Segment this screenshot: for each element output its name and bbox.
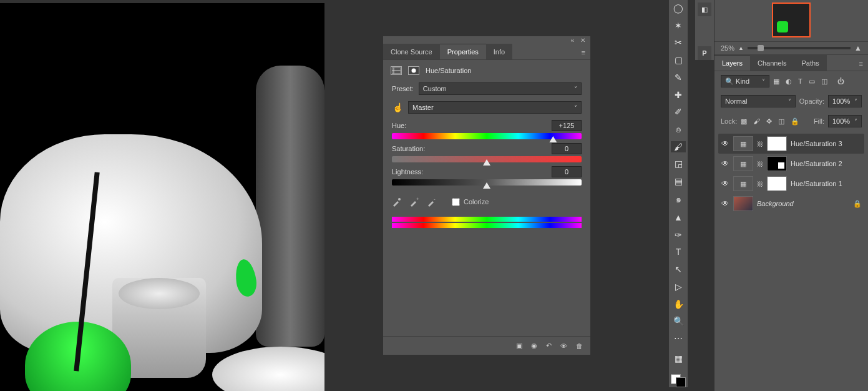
blur-tool-icon[interactable]: ๑ <box>671 193 686 205</box>
targeted-adjust-icon[interactable]: ☝ <box>392 102 403 112</box>
background-thumb[interactable] <box>733 196 753 211</box>
lock-pixels-icon[interactable]: 🖌 <box>753 117 760 125</box>
saturation-slider[interactable] <box>392 156 582 162</box>
zoom-tool-icon[interactable]: 🔍 <box>671 315 686 327</box>
layer-mask-thumb[interactable] <box>767 156 787 171</box>
lightness-slider[interactable] <box>392 179 582 186</box>
tab-paths[interactable]: Paths <box>794 55 827 71</box>
type-tool-icon[interactable]: T <box>671 247 686 258</box>
filter-type-icon[interactable]: T <box>798 77 802 85</box>
tab-channels[interactable]: Channels <box>750 55 794 71</box>
more-tools-icon[interactable]: ⋯ <box>671 333 686 344</box>
layer-row[interactable]: 👁 ▦ ⛓ Hue/Saturation 2 <box>718 154 864 174</box>
magic-wand-tool-icon[interactable]: ✶ <box>671 20 686 31</box>
blend-mode-select[interactable]: Normal˅ <box>721 95 796 107</box>
panel-collapse-icon[interactable]: « <box>570 37 574 44</box>
fill-select[interactable]: 100%˅ <box>828 115 862 127</box>
colorize-checkbox[interactable]: Colorize <box>452 198 489 206</box>
layer-row[interactable]: 👁 ▦ ⛓ Hue/Saturation 3 <box>718 134 864 154</box>
color-panel-icon[interactable]: ◧ <box>698 2 711 16</box>
hand-tool-icon[interactable]: ✋ <box>671 299 686 310</box>
channel-select[interactable]: Master˅ <box>408 101 582 114</box>
tab-properties[interactable]: Properties <box>440 44 486 59</box>
tab-info[interactable]: Info <box>486 44 512 59</box>
layer-mask-thumb[interactable] <box>767 176 787 191</box>
lock-position-icon[interactable]: ✥ <box>766 117 772 126</box>
clip-to-layer-icon[interactable]: ▣ <box>516 342 522 350</box>
stamp-tool-icon[interactable]: ⌾ <box>671 124 686 135</box>
layer-row[interactable]: 👁 ▦ ⛓ Hue/Saturation 1 <box>718 174 864 194</box>
layer-name[interactable]: Background <box>757 200 794 207</box>
eyedropper-tool-icon[interactable]: ✎ <box>671 72 686 83</box>
fill-label: Fill: <box>814 117 824 125</box>
lock-icon[interactable]: 🔒 <box>853 200 862 208</box>
lasso-tool-icon[interactable]: ◯ <box>671 2 686 14</box>
gradient-tool-icon[interactable]: ▤ <box>671 176 686 187</box>
layer-mask-thumb[interactable] <box>767 136 787 151</box>
visibility-icon[interactable]: 👁 <box>721 179 729 188</box>
color-swatches[interactable] <box>671 374 686 387</box>
filter-toggle-icon[interactable]: ⏻ <box>837 77 844 85</box>
lightness-value[interactable]: 0 <box>552 166 582 177</box>
paragraph-panel-icon[interactable]: P <box>698 46 711 60</box>
zoom-out-icon[interactable]: ▲ <box>738 45 744 51</box>
background-swatch[interactable] <box>676 377 686 387</box>
properties-panel: « ✕ Clone Source Properties Info ≡ Hue/S… <box>383 36 590 355</box>
layer-name[interactable]: Hue/Saturation 2 <box>791 160 842 167</box>
zoom-slider[interactable] <box>748 47 851 49</box>
eyedropper-subtract-icon[interactable]: - <box>427 197 437 207</box>
link-icon[interactable]: ⛓ <box>757 181 763 187</box>
mask-icon[interactable] <box>408 66 419 75</box>
filter-pixel-icon[interactable]: ▦ <box>773 77 779 86</box>
path-select-tool-icon[interactable]: ↖ <box>671 264 686 275</box>
document-canvas[interactable] <box>0 3 324 391</box>
eyedropper-icon[interactable] <box>392 197 402 207</box>
visibility-icon[interactable]: 👁 <box>721 159 729 168</box>
tab-clone-source[interactable]: Clone Source <box>383 44 440 59</box>
navigator-thumbnail[interactable] <box>772 2 811 37</box>
layer-name[interactable]: Hue/Saturation 1 <box>791 180 842 187</box>
delete-adjustment-icon[interactable]: 🗑 <box>576 342 583 350</box>
opacity-select[interactable]: 100%˅ <box>828 95 862 107</box>
layer-name[interactable]: Hue/Saturation 3 <box>791 140 842 147</box>
zoom-value[interactable]: 25% <box>721 44 734 52</box>
panel-close-icon[interactable]: ✕ <box>580 37 585 44</box>
link-icon[interactable]: ⛓ <box>757 161 763 167</box>
history-brush-tool-icon[interactable]: 🖌 <box>671 141 686 152</box>
direct-select-tool-icon[interactable]: ▷ <box>671 281 686 292</box>
eyedropper-add-icon[interactable]: + <box>409 197 419 207</box>
zoom-in-icon[interactable]: ▲ <box>854 44 862 52</box>
eraser-tool-icon[interactable]: ◲ <box>671 159 686 170</box>
opacity-label: Opacity: <box>799 97 824 105</box>
panel-menu-icon[interactable]: ≡ <box>582 49 585 56</box>
filter-smart-icon[interactable]: ◫ <box>821 77 827 86</box>
layer-row[interactable]: 👁 Background 🔒 <box>718 194 864 214</box>
edit-toolbar-icon[interactable]: ▦ <box>671 353 686 364</box>
lock-transparency-icon[interactable]: ▩ <box>741 117 747 126</box>
tab-layers[interactable]: Layers <box>714 55 750 71</box>
layer-filter-select[interactable]: 🔍 Kind˅ <box>721 75 769 87</box>
pen-tool-icon[interactable]: ✑ <box>671 229 686 240</box>
healing-brush-tool-icon[interactable]: ✚ <box>671 89 686 101</box>
frame-tool-icon[interactable]: ▢ <box>671 54 686 66</box>
visibility-icon[interactable]: 👁 <box>721 139 729 148</box>
filter-adjust-icon[interactable]: ◐ <box>786 77 792 86</box>
toggle-visibility-icon[interactable]: 👁 <box>560 342 567 350</box>
brush-tool-icon[interactable]: ✐ <box>671 106 686 117</box>
hue-value[interactable]: +125 <box>552 120 582 131</box>
hue-range-strip[interactable] <box>392 217 582 228</box>
reset-icon[interactable]: ↶ <box>546 342 552 350</box>
crop-tool-icon[interactable]: ✂ <box>671 37 686 48</box>
lock-artboard-icon[interactable]: ◫ <box>778 117 784 126</box>
preset-select[interactable]: Custom˅ <box>419 82 582 95</box>
layers-menu-icon[interactable]: ≡ <box>859 60 863 67</box>
filter-shape-icon[interactable]: ▭ <box>809 77 815 86</box>
visibility-icon[interactable]: 👁 <box>721 199 729 208</box>
hue-slider[interactable] <box>392 133 582 139</box>
dodge-tool-icon[interactable]: ▲ <box>671 212 686 223</box>
view-previous-icon[interactable]: ◉ <box>531 342 537 350</box>
saturation-value[interactable]: 0 <box>552 143 582 154</box>
svg-point-4 <box>398 198 401 200</box>
lock-all-icon[interactable]: 🔒 <box>791 117 799 126</box>
link-icon[interactable]: ⛓ <box>757 141 763 147</box>
